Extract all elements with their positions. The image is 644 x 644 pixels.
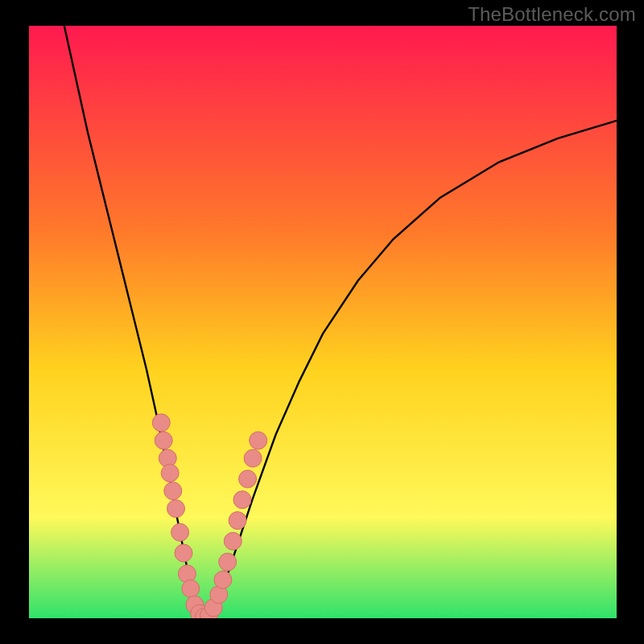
bottleneck-plot [0, 0, 644, 644]
scatter-point [239, 470, 257, 488]
gradient-panel [29, 26, 617, 618]
scatter-point [155, 431, 172, 449]
scatter-point [244, 449, 262, 467]
scatter-point [229, 512, 246, 530]
scatter-point [250, 431, 267, 449]
scatter-point [167, 500, 185, 518]
scatter-point [152, 414, 170, 431]
scatter-point [175, 544, 192, 562]
scatter-point [224, 532, 242, 550]
scatter-point [219, 553, 237, 571]
watermark-text: TheBottleneck.com [468, 3, 636, 26]
chart-frame: TheBottleneck.com [0, 0, 644, 644]
scatter-point [233, 491, 251, 509]
scatter-point [164, 482, 182, 500]
scatter-point [171, 523, 189, 541]
scatter-point [161, 464, 179, 482]
scatter-point [182, 580, 200, 597]
scatter-point [214, 571, 232, 588]
